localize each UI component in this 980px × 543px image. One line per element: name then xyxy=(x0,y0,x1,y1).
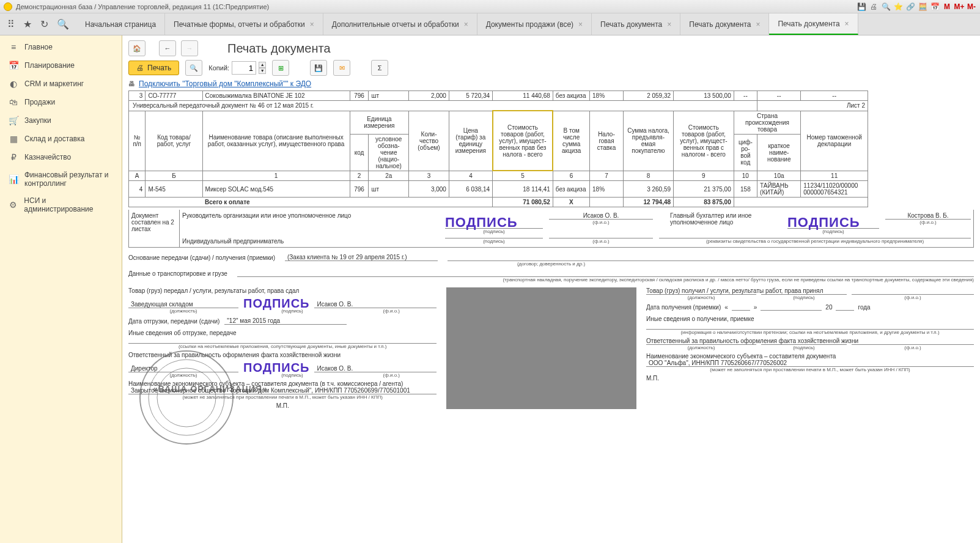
chart-icon: 📊 xyxy=(9,174,18,184)
tabs-row: ⠿ ★ ↻ 🔍 Начальная страница Печатные форм… xyxy=(0,13,980,35)
app-logo-icon xyxy=(4,2,12,11)
m-minus-icon[interactable]: M- xyxy=(967,2,976,12)
home-button[interactable]: 🏠 xyxy=(128,40,146,56)
sidebar-item-purchases[interactable]: 🛒Закупки xyxy=(0,111,122,130)
preview-button[interactable]: 🔍 xyxy=(185,60,202,76)
tab-print-doc-3[interactable]: Печать документа× xyxy=(769,13,858,35)
content-area: 🏠 ← → Печать документа 🖨 Печать 🔍 Копий:… xyxy=(122,35,980,543)
title-bar: Демонстрационная база / Управление торго… xyxy=(0,0,980,13)
sidebar-item-treasury[interactable]: ₽Казначейство xyxy=(0,148,122,166)
copies-down[interactable]: ▼ xyxy=(259,68,266,74)
close-icon[interactable]: × xyxy=(578,20,583,29)
bag-icon: 🛍 xyxy=(9,97,18,107)
menu-icon: ≡ xyxy=(9,42,18,52)
tab-print-doc-2[interactable]: Печать документа× xyxy=(680,13,769,35)
preview-icon[interactable]: 🔍 xyxy=(881,2,891,12)
document-area: 3 СО-77777 Соковыжималка BINATONE JE 102… xyxy=(128,90,974,409)
close-icon[interactable]: × xyxy=(464,20,468,29)
edo-link[interactable]: Подключить "Торговый дом "Комплексный"" … xyxy=(139,79,311,88)
m-icon[interactable]: M xyxy=(942,2,952,12)
doc-composed: Документ составлен на 2 листах xyxy=(128,210,180,248)
sidebar-item-main[interactable]: ≡Главное xyxy=(0,38,122,56)
m-plus-icon[interactable]: M+ xyxy=(954,2,964,12)
doc-header-line: Универсальный передаточный документ № 46… xyxy=(129,101,757,111)
template-button[interactable]: ⊞ xyxy=(272,60,289,76)
calendar-icon: 📅 xyxy=(9,61,18,70)
copies-input[interactable] xyxy=(232,61,256,75)
calc-icon[interactable]: 🧮 xyxy=(918,2,927,12)
close-icon[interactable]: × xyxy=(310,20,314,29)
sidebar-item-finance[interactable]: 📊Финансовый результат и контроллинг xyxy=(0,166,122,192)
save-icon[interactable]: 💾 xyxy=(857,2,866,12)
pie-icon: ◐ xyxy=(9,79,18,89)
app-title: Демонстрационная база / Управление торго… xyxy=(16,3,857,10)
page-title: Печать документа xyxy=(227,42,331,56)
title-bar-actions: 💾 🖨 🔍 ⭐ 🔗 🧮 📅 M M+ M- xyxy=(857,2,976,12)
grid-icon: ▦ xyxy=(9,134,18,144)
print-quick-icon[interactable]: 🖨 xyxy=(869,2,879,12)
total-row: Всего к оплате 71 080,52 Х 12 794,48 83 … xyxy=(129,198,868,207)
calendar-icon[interactable]: 📅 xyxy=(930,2,940,12)
close-icon[interactable]: × xyxy=(845,20,849,28)
sidebar-item-planning[interactable]: 📅Планирование xyxy=(0,56,122,75)
apps-grid-icon[interactable]: ⠿ xyxy=(7,18,15,30)
history-icon[interactable]: ↻ xyxy=(40,18,48,30)
gear-icon: ⚙ xyxy=(9,200,18,210)
edo-icon: 🖶 xyxy=(128,80,135,87)
tab-print-doc-1[interactable]: Печать документа× xyxy=(592,13,680,35)
close-icon[interactable]: × xyxy=(667,20,671,29)
sidebar-item-admin[interactable]: ⚙НСИ и администрирование xyxy=(0,192,122,218)
tab-sales-docs[interactable]: Документы продажи (все)× xyxy=(477,13,592,35)
sidebar-item-warehouse[interactable]: ▦Склад и доставка xyxy=(0,130,122,148)
right-signature-block: Товар (груз) получил / услуги, результат… xyxy=(646,287,974,409)
data-row: 4 М-545 Миксер SOLAC мод.545 796 шт 3,00… xyxy=(129,181,868,198)
favorites-icon[interactable]: ★ xyxy=(23,18,32,30)
left-signature-block: «ВАША ОРГАНИЗАЦИЯ» Товар (груз) передал … xyxy=(128,287,437,409)
sidebar: ≡Главное 📅Планирование ◐CRM и маркетинг … xyxy=(0,35,122,543)
sum-button[interactable]: Σ xyxy=(371,60,388,76)
star-icon[interactable]: ⭐ xyxy=(893,2,903,12)
search-icon[interactable]: 🔍 xyxy=(57,18,69,30)
tab-additional-reports[interactable]: Дополнительные отчеты и обработки× xyxy=(323,13,477,35)
ruble-icon: ₽ xyxy=(9,152,18,162)
prev-data-row: 3 СО-77777 Соковыжималка BINATONE JE 102… xyxy=(129,91,868,101)
sidebar-item-crm[interactable]: ◐CRM и маркетинг xyxy=(0,75,122,93)
sidebar-item-sales[interactable]: 🛍Продажи xyxy=(0,93,122,111)
forward-button[interactable]: → xyxy=(181,40,198,56)
copies-label: Копий: xyxy=(208,64,229,72)
sheet-label: Лист 2 xyxy=(757,101,868,111)
signature-stamp: ПОДПИСЬ xyxy=(445,215,518,230)
link-icon[interactable]: 🔗 xyxy=(905,2,915,12)
close-icon[interactable]: × xyxy=(756,20,760,29)
signature-stamp: ПОДПИСЬ xyxy=(787,215,860,230)
tab-start[interactable]: Начальная страница xyxy=(76,13,165,35)
email-button[interactable]: ✉ xyxy=(333,60,350,76)
back-button[interactable]: ← xyxy=(159,40,176,56)
tab-print-forms[interactable]: Печатные формы, отчеты и обработки× xyxy=(165,13,323,35)
cart-icon: 🛒 xyxy=(9,116,18,125)
print-button[interactable]: 🖨 Печать xyxy=(128,61,179,75)
save-file-button[interactable]: 💾 xyxy=(310,60,327,76)
copies-up[interactable]: ▲ xyxy=(259,62,266,68)
